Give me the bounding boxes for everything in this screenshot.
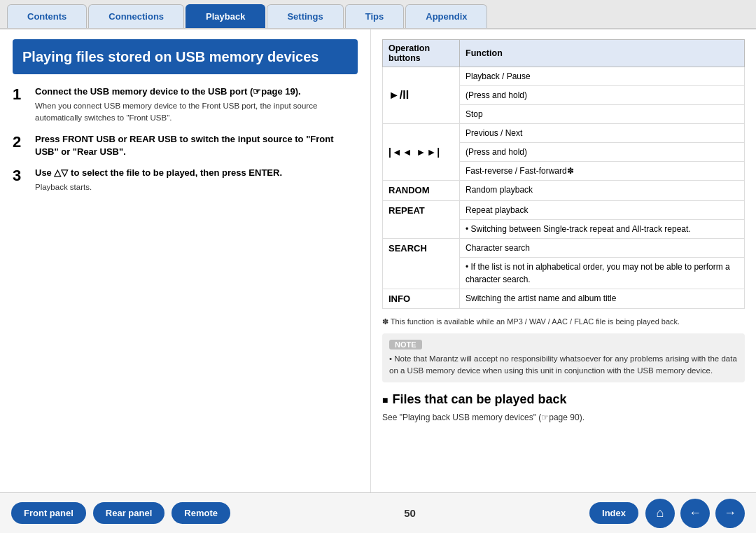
table-row: SEARCH Character search [383,238,745,257]
note-label: NOTE [389,340,422,349]
func-random: Random playback [460,181,745,201]
table-row: INFO Switching the artist name and album… [383,289,745,309]
func-press-hold-2: (Press and hold) [460,143,745,162]
func-stop: Stop [460,105,745,124]
page-number: 50 [237,507,582,519]
top-navigation: Contents Connections Playback Settings T… [0,0,756,29]
step-1-title: Connect the USB memory device to the USB… [35,85,358,98]
step-1: 1 Connect the USB memory device to the U… [13,85,358,125]
rear-panel-button[interactable]: Rear panel [93,502,164,524]
func-repeat-sub: • Switching between Single-track repeat … [460,219,745,238]
step-2: 2 Press FRONT USB or REAR USB to switch … [13,133,358,158]
func-prev-next: Previous / Next [460,124,745,143]
step-3: 3 Use △▽ to select the file to be played… [13,167,358,193]
table-footnote: ✽ This function is available while an MP… [382,316,745,328]
step-3-number: 3 [13,167,29,185]
tab-contents[interactable]: Contents [7,4,87,28]
tab-appendix[interactable]: Appendix [405,4,487,28]
btn-search: SEARCH [383,238,460,289]
tab-tips[interactable]: Tips [345,4,405,28]
btn-prev-next: |◄◄ ►►| [383,124,460,181]
func-search-sub: • If the list is not in alphabetical ord… [460,257,745,289]
step-3-title: Use △▽ to select the file to be played, … [35,167,282,179]
remote-button[interactable]: Remote [172,502,230,524]
tab-playback[interactable]: Playback [186,4,265,28]
bottom-navigation: Front panel Rear panel Remote 50 Index ⌂… [0,492,756,533]
forward-icon-button[interactable]: → [715,499,745,528]
table-row: RANDOM Random playback [383,181,745,201]
func-playback-pause: Playback / Pause [460,67,745,86]
step-3-desc: Playback starts. [35,181,282,193]
main-content: Playing files stored on USB memory devic… [0,29,756,492]
forward-arrow-icon: → [724,506,736,520]
func-info: Switching the artist name and album titl… [460,289,745,309]
btn-info: INFO [383,289,460,309]
front-panel-button[interactable]: Front panel [11,502,86,524]
step-2-number: 2 [13,133,29,151]
right-panel: Operation buttons Function ►/II Playback… [371,29,756,492]
tab-connections[interactable]: Connections [88,4,184,28]
left-panel: Playing files stored on USB memory devic… [0,29,371,492]
page-title: Playing files stored on USB memory devic… [13,39,358,74]
note-text: • Note that Marantz will accept no respo… [389,353,738,378]
back-arrow-icon: ← [689,506,701,520]
table-row: ►/II Playback / Pause [383,67,745,86]
table-header-function: Function [460,40,745,67]
files-section: Files that can be played back See "Playi… [382,392,745,424]
files-desc: See "Playing back USB memory devices" (☞… [382,411,745,424]
operation-table: Operation buttons Function ►/II Playback… [382,39,745,309]
func-repeat: Repeat playback [460,200,745,219]
back-icon-button[interactable]: ← [680,499,710,528]
btn-play-pause: ►/II [383,67,460,124]
index-button[interactable]: Index [589,502,638,524]
nav-icon-buttons: ⌂ ← → [645,499,745,528]
note-box: NOTE • Note that Marantz will accept no … [382,333,745,383]
step-2-title: Press FRONT USB or REAR USB to switch th… [35,133,358,158]
step-1-number: 1 [13,85,29,104]
table-row: |◄◄ ►►| Previous / Next [383,124,745,143]
func-fast-forward: Fast-reverse / Fast-forward✽ [460,162,745,181]
home-icon-button[interactable]: ⌂ [645,499,675,528]
home-icon: ⌂ [657,506,664,520]
tab-settings[interactable]: Settings [267,4,343,28]
files-title: Files that can be played back [382,392,745,407]
step-1-desc: When you connect USB memory device to th… [35,100,358,125]
btn-repeat: REPEAT [383,200,460,238]
func-press-hold-1: (Press and hold) [460,86,745,105]
func-search: Character search [460,238,745,257]
table-header-buttons: Operation buttons [383,40,460,67]
table-row: REPEAT Repeat playback [383,200,745,219]
btn-random: RANDOM [383,181,460,201]
